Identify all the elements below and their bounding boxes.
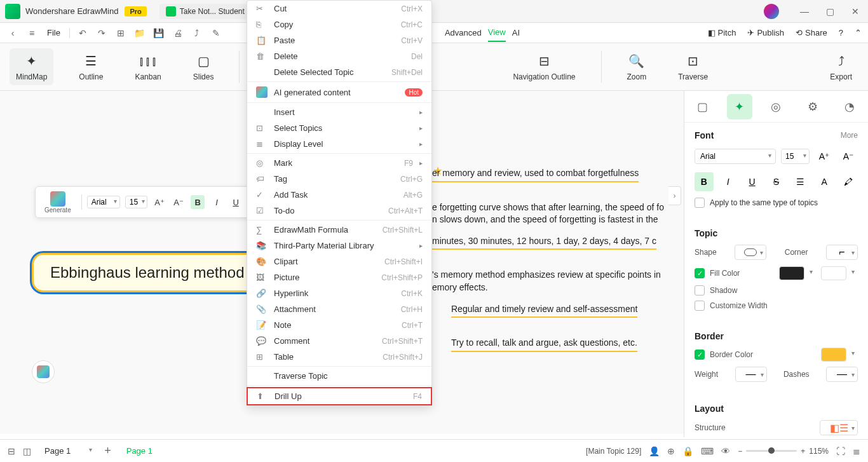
fullscreen-icon[interactable]: ⛶ [836,446,845,456]
branch-text[interactable]: e forgetting curve shows that after lear… [432,201,677,226]
bordercolor-picker[interactable] [821,348,846,362]
branch-text[interactable]: Regular and timely review and self-asses… [451,303,637,318]
ctx-picture[interactable]: 🖼PictureCtrl+Shift+P [247,269,431,285]
zoom-button[interactable]: 🔍 Zoom [621,48,653,85]
ctx-edrawmath[interactable]: ∑EdrawMath FormulaCtrl+Shift+L [247,222,431,238]
ctx-attachment[interactable]: 📎AttachmentCtrl+H [247,301,431,317]
help-button[interactable]: ? [839,28,843,37]
file-menu[interactable]: File [47,28,60,37]
collapse-panel-button[interactable]: › [668,186,681,205]
branch-text[interactable]: er memory and review, used to combat for… [432,167,639,182]
font-size-select[interactable]: 15 [781,149,810,164]
lock-icon[interactable]: 🔒 [682,446,693,456]
highlight-button[interactable]: 🖍 [839,172,858,191]
ctx-note[interactable]: 📝NoteCtrl+T [247,317,431,333]
undo-icon[interactable]: ↶ [76,27,89,39]
fillcolor-checkbox[interactable]: ✓ [695,268,705,278]
fontsize-decrease-button[interactable]: A⁻ [172,195,186,209]
font-decrease-button[interactable]: A⁻ [839,147,858,166]
branch-text[interactable]: Try to recall, talk and argue, ask quest… [451,337,637,352]
rp-tab-clock-icon[interactable]: ◔ [837,94,862,119]
slides-view[interactable]: ▢ Slides [187,48,220,85]
rp-tab-style-icon[interactable]: ✦ [727,94,752,119]
ctx-ai-generated[interactable]: AI generated contentHot [247,83,431,101]
fontsize-select[interactable]: 15 [125,196,147,208]
ctx-table[interactable]: ⊞TableCtrl+Shift+J [247,349,431,365]
zoom-level[interactable]: 115% [809,447,829,456]
outline-toggle-icon[interactable]: ⊟ [8,446,15,456]
ctx-mark[interactable]: ◎MarkF9▸ [247,155,431,171]
share-button[interactable]: ⟲Share [796,28,827,37]
structure-select[interactable]: ◧☰ [820,420,858,435]
eye-icon[interactable]: 👁 [721,446,730,456]
mindmap-view[interactable]: ✦ MindMap [10,48,53,85]
underline-button[interactable]: U [743,172,762,191]
menu-icon[interactable]: ≡ [25,27,38,39]
navigation-outline-button[interactable]: ⊟ Navigation Outline [506,48,581,85]
ctx-tag[interactable]: 🏷TagCtrl+G [247,171,431,187]
ctx-insert[interactable]: Insert▸ [247,104,431,120]
print-icon[interactable]: 🖨 [172,27,184,39]
user-avatar[interactable] [764,4,779,19]
italic-button[interactable]: I [210,195,224,209]
redo-icon[interactable]: ↷ [95,27,108,39]
ctx-select-topics[interactable]: ⊡Select Topics▸ [247,120,431,136]
minimize-button[interactable]: — [792,0,817,23]
ctx-thirdparty[interactable]: 📚Third-Party Material Library▸ [247,238,431,254]
tab-advanced[interactable]: Advanced [445,24,482,41]
underline-button[interactable]: U [229,195,243,209]
zoom-in-button[interactable]: + [801,447,805,456]
open-icon[interactable]: 📁 [133,27,146,39]
ctx-paste[interactable]: 📋PasteCtrl+V [247,32,431,48]
ctx-drill-up[interactable]: ⬆Drill UpF4 [247,387,432,405]
ctx-clipart[interactable]: 🎨ClipartCtrl+Shift+I [247,254,431,269]
page-select[interactable]: Page 1 [39,444,97,458]
pitch-button[interactable]: ◧Pitch [708,28,736,37]
ctx-delete-selected[interactable]: Delete Selected TopicShift+Del [247,64,431,80]
new-icon[interactable]: ⊞ [114,27,127,39]
font-select[interactable]: Arial [87,196,120,208]
outline-view[interactable]: ☰ Outline [72,48,109,85]
generate-button[interactable]: Generate [39,191,76,214]
zoom-out-button[interactable]: − [738,447,742,456]
strike-button[interactable]: S [767,172,786,191]
rp-tab-mark-icon[interactable]: ◎ [763,94,789,119]
panel-toggle-icon[interactable]: ◫ [23,446,31,456]
maximize-button[interactable]: ▢ [817,0,843,23]
italic-button[interactable]: I [719,172,738,191]
ctx-traverse-topic[interactable]: Traverse Topic [247,368,431,384]
zoom-slider[interactable] [746,450,797,452]
weight-select[interactable]: — [735,367,767,382]
bold-button[interactable]: B [191,195,205,209]
font-increase-button[interactable]: A⁺ [815,147,834,166]
bordercolor-checkbox[interactable]: ✓ [695,350,705,360]
bold-button[interactable]: B [695,172,714,191]
main-topic-node[interactable]: Ebbinghaus learning method [32,253,263,292]
ctx-add-task[interactable]: ✓Add TaskAlt+G [247,187,431,203]
edit-icon[interactable]: ✎ [210,27,222,39]
font-more-link[interactable]: More [841,131,858,140]
page-tab[interactable]: Page 1 [119,444,160,458]
ctx-comment[interactable]: 💬CommentCtrl+Shift+T [247,333,431,349]
ctx-copy[interactable]: ⎘CopyCtrl+C [247,17,431,32]
export-icon[interactable]: ⤴ [191,27,203,39]
branch-text[interactable]: 's memory method emphasizes review at sp… [432,269,677,294]
keyboard-icon[interactable]: ⌨ [701,446,714,456]
font-family-select[interactable]: Arial [695,149,776,164]
dashes-select[interactable]: — [826,367,858,382]
align-button[interactable]: ☰ [790,172,810,191]
customwidth-checkbox[interactable]: Customize Width [695,301,858,311]
person-icon[interactable]: 👤 [649,446,660,456]
publish-button[interactable]: ✈Publish [747,28,784,37]
traverse-button[interactable]: ⊡ Traverse [672,48,714,85]
ctx-delete[interactable]: 🗑DeleteDel [247,48,431,64]
back-icon[interactable]: ‹ [6,27,19,39]
kanban-view[interactable]: ⫿⫿⫿ Kanban [128,48,167,85]
ctx-todo[interactable]: ☑To-doCtrl+Alt+T [247,203,431,219]
apply-same-type-checkbox[interactable]: Apply to the same type of topics [695,198,858,208]
fontsize-increase-button[interactable]: A⁺ [153,195,166,209]
ctx-hyperlink[interactable]: 🔗HyperlinkCtrl+K [247,285,431,301]
add-page-button[interactable]: + [104,444,111,458]
fillcolor-picker[interactable] [779,266,804,280]
tab-ai[interactable]: AI [512,24,520,41]
